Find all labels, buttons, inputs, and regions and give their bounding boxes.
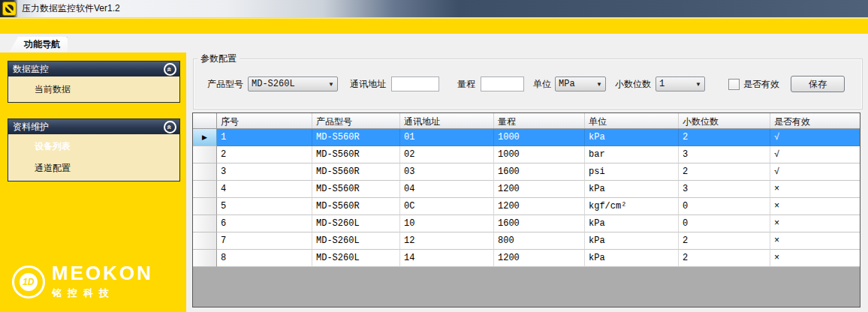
table-cell[interactable]: × xyxy=(770,232,860,250)
table-cell[interactable]: kPa xyxy=(585,181,679,198)
table-row[interactable]: 3MD-S560R031600psi2√ xyxy=(193,164,860,181)
comm-address-input[interactable] xyxy=(391,76,439,92)
table-cell[interactable]: √ xyxy=(770,164,860,181)
sidebar-item-current-data[interactable]: 当前数据 xyxy=(8,76,179,102)
row-selector-cell[interactable] xyxy=(193,181,217,198)
save-button[interactable]: 保存 xyxy=(791,76,845,92)
table-cell[interactable]: 6 xyxy=(217,215,312,232)
column-header-unit[interactable]: 单位 xyxy=(585,113,679,128)
table-cell[interactable]: 7 xyxy=(217,232,312,250)
table-cell[interactable]: 1200 xyxy=(494,181,585,198)
table-cell[interactable]: psi xyxy=(585,164,679,181)
table-cell[interactable]: 0 xyxy=(679,198,770,215)
table-cell[interactable]: kPa xyxy=(585,250,679,267)
logo-brand: MEOKON xyxy=(52,263,153,283)
table-cell[interactable]: 800 xyxy=(494,232,585,250)
column-header-product-model[interactable]: 产品型号 xyxy=(312,113,400,128)
tab-function-navigation[interactable]: 功能导航 xyxy=(9,37,68,52)
table-cell[interactable]: 10 xyxy=(400,215,494,232)
table-cell[interactable]: 1200 xyxy=(494,250,585,267)
table-cell[interactable]: 0 xyxy=(679,215,770,232)
table-row[interactable]: 8MD-S260L141200kPa2× xyxy=(193,250,860,267)
table-cell[interactable]: 3 xyxy=(679,146,770,164)
table-cell[interactable]: MD-S260L xyxy=(312,232,400,250)
table-cell[interactable]: MD-S560R xyxy=(312,164,400,181)
panel-header-data-maintenance[interactable]: 资料维护 « xyxy=(8,119,179,134)
table-cell[interactable]: kgf/cm² xyxy=(585,198,679,215)
table-row[interactable]: 7MD-S260L12800kPa2× xyxy=(193,232,860,250)
panel-header-data-monitoring[interactable]: 数据监控 « xyxy=(8,62,179,76)
table-cell[interactable]: kPa xyxy=(585,232,679,250)
table-row[interactable]: ▶1MD-S560R011000kPa2√ xyxy=(193,129,860,146)
table-cell[interactable]: 8 xyxy=(217,250,312,267)
row-selector-cell[interactable] xyxy=(193,198,217,215)
row-selector-cell[interactable] xyxy=(193,146,217,164)
table-cell[interactable]: MD-S260L xyxy=(312,250,400,267)
table-row[interactable]: 6MD-S260L101600kPa0× xyxy=(193,215,860,232)
column-header-decimals[interactable]: 小数位数 xyxy=(679,113,770,128)
table-cell[interactable]: × xyxy=(770,215,860,232)
logo-badge-text: 1D xyxy=(20,273,38,291)
table-cell[interactable]: × xyxy=(770,198,860,215)
range-label: 量程 xyxy=(457,78,475,91)
groupbox-title: 参数配置 xyxy=(197,52,240,65)
table-cell[interactable]: 1600 xyxy=(494,215,585,232)
column-header-valid[interactable]: 是否有效 xyxy=(770,113,860,128)
valid-checkbox[interactable] xyxy=(728,79,740,90)
table-cell[interactable]: MD-S560R xyxy=(312,129,400,146)
table-cell[interactable]: 1000 xyxy=(494,146,585,164)
table-cell[interactable]: × xyxy=(770,181,860,198)
table-cell[interactable]: √ xyxy=(770,129,860,146)
table-cell[interactable]: MD-S560R xyxy=(312,181,400,198)
table-cell[interactable]: × xyxy=(770,250,860,267)
table-cell[interactable]: 2 xyxy=(217,146,312,164)
range-input[interactable] xyxy=(481,76,524,92)
table-cell[interactable]: 4 xyxy=(217,181,312,198)
row-selector-cell[interactable]: ▶ xyxy=(193,129,217,146)
table-cell[interactable]: 2 xyxy=(679,129,770,146)
table-cell[interactable]: MD-S560R xyxy=(312,198,400,215)
table-cell[interactable]: 3 xyxy=(679,181,770,198)
table-cell[interactable]: 2 xyxy=(679,250,770,267)
table-row[interactable]: 5MD-S560R0C1200kgf/cm²0× xyxy=(193,198,860,215)
table-cell[interactable]: 0C xyxy=(400,198,494,215)
table-cell[interactable]: 3 xyxy=(217,164,312,181)
chevron-up-circle-icon[interactable]: « xyxy=(164,63,176,76)
table-cell[interactable]: 2 xyxy=(679,164,770,181)
table-cell[interactable]: 02 xyxy=(400,146,494,164)
row-selector-cell[interactable] xyxy=(193,232,217,250)
table-cell[interactable]: MD-S560R xyxy=(312,146,400,164)
table-cell[interactable]: 1600 xyxy=(494,164,585,181)
row-selector-cell[interactable] xyxy=(193,215,217,232)
table-cell[interactable]: MD-S260L xyxy=(312,215,400,232)
table-cell[interactable]: 2 xyxy=(679,232,770,250)
table-cell[interactable]: 03 xyxy=(400,164,494,181)
table-cell[interactable]: 01 xyxy=(400,129,494,146)
table-cell[interactable]: 04 xyxy=(400,181,494,198)
column-header-range[interactable]: 量程 xyxy=(494,113,585,128)
decimals-select[interactable]: 1 ▼ xyxy=(656,76,705,92)
table-cell[interactable]: 1 xyxy=(217,129,312,146)
table-cell[interactable]: bar xyxy=(585,146,679,164)
table-cell[interactable]: 1000 xyxy=(494,129,585,146)
sidebar-item-channel-config[interactable]: 通道配置 xyxy=(8,158,179,179)
row-selector-cell[interactable] xyxy=(193,250,217,267)
panel-title: 资料维护 xyxy=(13,121,49,134)
row-selector-cell[interactable] xyxy=(193,164,217,181)
sidebar-item-device-list[interactable]: 设备列表 xyxy=(8,136,179,158)
parameter-controls-row: 产品型号 MD-S260L ▼ 通讯地址 量程 单位 MPa ▼ 小数位数 1 … xyxy=(194,76,862,92)
product-model-select[interactable]: MD-S260L ▼ xyxy=(248,76,338,92)
unit-select[interactable]: MPa ▼ xyxy=(555,76,606,92)
table-cell[interactable]: √ xyxy=(770,146,860,164)
column-header-seq[interactable]: 序号 xyxy=(217,113,312,128)
chevron-up-circle-icon[interactable]: « xyxy=(164,121,176,134)
table-row[interactable]: 4MD-S560R041200kPa3× xyxy=(193,181,860,198)
table-cell[interactable]: 5 xyxy=(217,198,312,215)
column-header-comm-address[interactable]: 通讯地址 xyxy=(400,113,494,128)
table-cell[interactable]: kPa xyxy=(585,129,679,146)
table-cell[interactable]: 14 xyxy=(400,250,494,267)
table-cell[interactable]: 1200 xyxy=(494,198,585,215)
table-row[interactable]: 2MD-S560R021000bar3√ xyxy=(193,146,860,164)
table-cell[interactable]: kPa xyxy=(585,215,679,232)
table-cell[interactable]: 12 xyxy=(400,232,494,250)
